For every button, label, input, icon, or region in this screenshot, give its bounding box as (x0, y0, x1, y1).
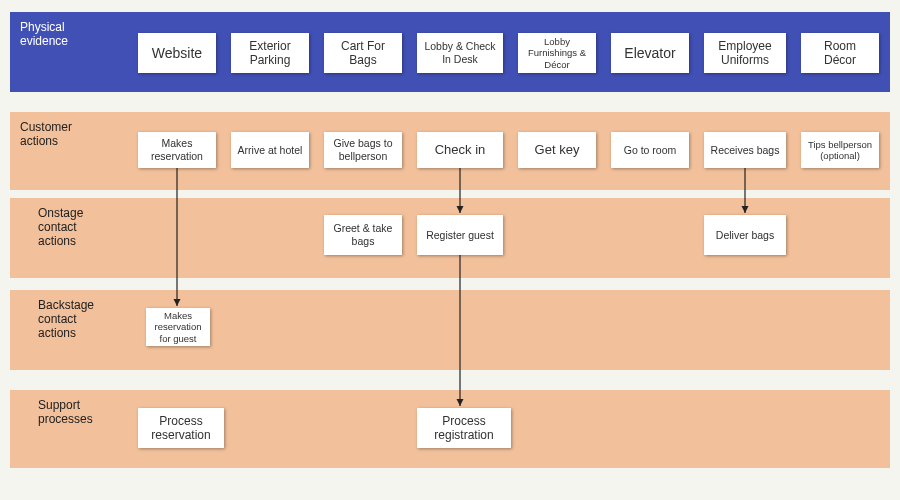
card-pe-website: Website (138, 33, 216, 73)
card-pe-exterior-parking: Exterior Parking (231, 33, 309, 73)
card-on-deliver-bags: Deliver bags (704, 215, 786, 255)
lane-label-onstage-contact: Onstage contact actions (10, 198, 120, 278)
card-ca-get-key: Get key (518, 132, 596, 168)
card-ca-go-to-room: Go to room (611, 132, 689, 168)
lane-backstage-contact: Backstage contact actions (10, 290, 890, 370)
lane-label-backstage-contact: Backstage contact actions (10, 290, 120, 370)
lane-label-customer-actions: Customer actions (10, 112, 120, 190)
card-ca-tips-bellperson: Tips bellperson (optional) (801, 132, 879, 168)
card-ca-check-in: Check in (417, 132, 503, 168)
card-ca-give-bags: Give bags to bellperson (324, 132, 402, 168)
card-ca-makes-reservation: Makes reservation (138, 132, 216, 168)
card-sp-process-reservation: Process reservation (138, 408, 224, 448)
card-pe-lobby-desk: Lobby & Check In Desk (417, 33, 503, 73)
card-pe-lobby-furnishings: Lobby Furnishings & Décor (518, 33, 596, 73)
card-pe-employee-uniforms: Employee Uniforms (704, 33, 786, 73)
card-bk-makes-reservation: Makes reservation for guest (146, 308, 210, 346)
card-pe-cart-for-bags: Cart For Bags (324, 33, 402, 73)
card-sp-process-registration: Process registration (417, 408, 511, 448)
card-on-register-guest: Register guest (417, 215, 503, 255)
card-pe-room-decor: Room Décor (801, 33, 879, 73)
card-on-greet-take-bags: Greet & take bags (324, 215, 402, 255)
card-ca-arrive-hotel: Arrive at hotel (231, 132, 309, 168)
lane-label-support-processes: Support processes (10, 390, 120, 468)
blueprint-canvas: Physical evidence Customer actions Onsta… (0, 0, 900, 500)
card-pe-elevator: Elevator (611, 33, 689, 73)
lane-label-physical-evidence: Physical evidence (10, 12, 120, 92)
card-ca-receives-bags: Receives bags (704, 132, 786, 168)
